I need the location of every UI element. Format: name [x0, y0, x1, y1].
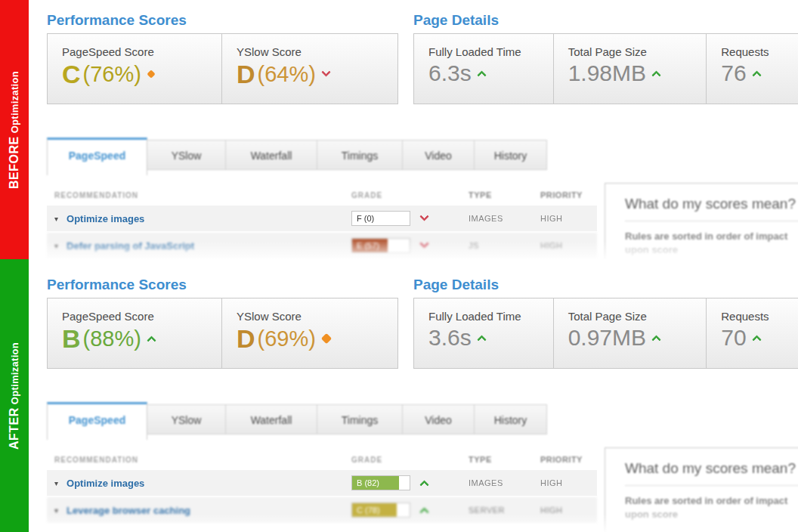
performance-scores-heading: Performance Scores — [47, 12, 187, 29]
bottom-fade — [29, 241, 798, 259]
table-header-row: RECOMMENDATION GRADE TYPE PRIORITY — [47, 186, 597, 204]
trend-down-icon — [419, 212, 429, 221]
scores-meaning-title: What do my scores mean? — [625, 196, 798, 221]
tab-pagespeed[interactable]: PageSpeed — [47, 402, 147, 440]
trend-up-icon — [478, 68, 485, 79]
trend-up-icon — [653, 332, 660, 343]
page-details-heading: Page Details — [413, 12, 499, 29]
yslow-score-label: YSlow Score — [237, 45, 397, 58]
before-label: BEFOREOptimization — [8, 71, 21, 189]
performance-scores-panel: PageSpeed Score B (88%) YSlow Score D (6… — [47, 298, 398, 369]
expander-icon[interactable]: ▾ — [54, 479, 58, 487]
scores-meaning-title: What do my scores mean? — [625, 460, 798, 486]
yslow-score-cell: YSlow Score D (64%) — [221, 34, 397, 104]
grade-bar: B (82) — [351, 475, 410, 490]
tab-waterfall[interactable]: Waterfall — [225, 140, 317, 170]
no-change-icon — [323, 335, 330, 342]
tab-history[interactable]: History — [474, 404, 547, 435]
col-grade: GRADE — [351, 456, 461, 464]
trend-up-icon — [653, 68, 660, 79]
tab-video[interactable]: Video — [402, 404, 475, 435]
grade-letter: C — [62, 61, 81, 87]
fully-loaded-time-label: Fully Loaded Time — [428, 45, 553, 58]
bottom-fade — [29, 514, 798, 532]
pagespeed-score-cell: PageSpeed Score C (76%) — [48, 34, 221, 104]
after-label-bar: AFTEROptimization — [0, 259, 29, 532]
grade-bar: F (0) — [351, 211, 410, 226]
total-page-size-cell: Total Page Size 0.97MB — [553, 298, 707, 368]
trend-up-icon — [753, 68, 760, 79]
col-type: TYPE — [461, 455, 533, 464]
pagespeed-score-label: PageSpeed Score — [62, 310, 221, 323]
trend-up-icon — [419, 480, 429, 490]
total-page-size-label: Total Page Size — [568, 310, 707, 323]
yslow-score-label: YSlow Score — [237, 310, 397, 323]
trend-up-icon — [478, 332, 485, 343]
tab-waterfall[interactable]: Waterfall — [225, 404, 317, 435]
tab-history[interactable]: History — [474, 140, 547, 170]
page-details-panel: Fully Loaded Time 6.3s Total Page Size 1… — [413, 33, 798, 104]
col-recommendation: RECOMMENDATION — [47, 191, 351, 200]
performance-scores-panel: PageSpeed Score C (76%) YSlow Score D (6… — [47, 33, 398, 104]
total-page-size-value: 0.97MB — [568, 325, 646, 351]
gtmetrix-comparison-page: BEFOREOptimization Performance Scores Pa… — [0, 0, 798, 532]
tab-pagespeed[interactable]: PageSpeed — [47, 138, 147, 175]
type-value: IMAGES — [461, 478, 533, 487]
grade-percent: (69%) — [258, 328, 316, 350]
grade-percent: (88%) — [83, 328, 141, 350]
report-tabs: PageSpeed YSlow Waterfall Timings Video … — [47, 402, 547, 440]
recommendation-link[interactable]: Optimize images — [66, 478, 144, 489]
priority-value: HIGH — [533, 214, 597, 223]
type-value: IMAGES — [461, 214, 533, 223]
table-header-row: RECOMMENDATION GRADE TYPE PRIORITY — [47, 450, 597, 469]
tab-timings[interactable]: Timings — [317, 140, 403, 170]
expander-icon[interactable]: ▾ — [54, 215, 58, 223]
priority-value: HIGH — [533, 478, 597, 487]
tab-video[interactable]: Video — [402, 140, 475, 170]
total-page-size-cell: Total Page Size 1.98MB — [553, 34, 707, 104]
tab-timings[interactable]: Timings — [317, 404, 403, 435]
grade-letter: D — [237, 61, 255, 87]
trend-down-icon — [323, 69, 329, 79]
recommendations-table: RECOMMENDATION GRADE TYPE PRIORITY ▾ Opt… — [47, 450, 597, 523]
no-change-icon — [148, 71, 154, 77]
fully-loaded-time-value: 6.3s — [428, 60, 472, 86]
requests-label: Requests — [721, 310, 798, 323]
after-section: AFTEROptimization Performance Scores Pag… — [0, 259, 798, 532]
recommendation-link[interactable]: Optimize images — [66, 213, 144, 224]
col-type: TYPE — [461, 190, 533, 200]
grade-percent: (64%) — [258, 63, 316, 85]
requests-label: Requests — [721, 45, 798, 58]
page-details-panel: Fully Loaded Time 3.6s Total Page Size 0… — [413, 298, 798, 369]
requests-value: 76 — [721, 60, 746, 86]
pagespeed-score-label: PageSpeed Score — [62, 45, 221, 58]
col-priority: PRIORITY — [533, 190, 597, 200]
total-page-size-value: 1.98MB — [568, 60, 646, 86]
requests-cell: Requests 76 — [706, 34, 798, 104]
tab-yslow[interactable]: YSlow — [147, 404, 226, 435]
col-recommendation: RECOMMENDATION — [47, 456, 351, 464]
before-section: BEFOREOptimization Performance Scores Pa… — [0, 0, 798, 259]
col-priority: PRIORITY — [533, 455, 597, 464]
fully-loaded-time-cell: Fully Loaded Time 6.3s — [414, 34, 553, 104]
fully-loaded-time-value: 3.6s — [428, 325, 472, 351]
grade-bar-text: B (82) — [357, 478, 379, 487]
performance-scores-heading: Performance Scores — [47, 277, 187, 293]
requests-cell: Requests 70 — [706, 298, 798, 368]
requests-value: 70 — [721, 325, 746, 351]
yslow-score-cell: YSlow Score D (69%) — [221, 298, 397, 368]
grade-percent: (76%) — [83, 63, 141, 85]
grade-bar-text: F (0) — [357, 214, 374, 223]
fully-loaded-time-label: Fully Loaded Time — [428, 310, 553, 323]
table-row: ▾ Optimize images F (0) IMAGES HIGH — [47, 206, 597, 231]
trend-up-icon — [753, 332, 760, 343]
total-page-size-label: Total Page Size — [568, 45, 707, 58]
tab-yslow[interactable]: YSlow — [147, 140, 226, 170]
grade-letter: B — [62, 326, 81, 351]
fully-loaded-time-cell: Fully Loaded Time 3.6s — [414, 298, 553, 368]
expander-icon[interactable]: ▾ — [54, 506, 58, 515]
trend-up-icon — [148, 333, 155, 344]
table-row: ▾ Optimize images B (82) IMAGES HIGH — [47, 470, 597, 496]
pagespeed-score-cell: PageSpeed Score B (88%) — [48, 298, 221, 368]
page-details-heading: Page Details — [413, 277, 499, 293]
